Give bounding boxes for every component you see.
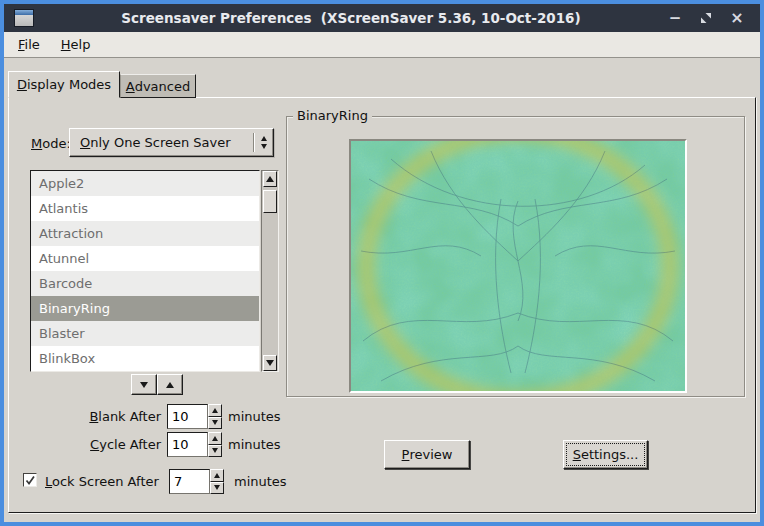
spin-up-button[interactable] bbox=[210, 469, 224, 482]
previous-saver-button[interactable] bbox=[157, 374, 183, 395]
window-icon bbox=[14, 9, 34, 27]
spin-up-button[interactable] bbox=[208, 404, 222, 417]
cycle-after-spinner bbox=[208, 432, 222, 457]
scrollbar-thumb[interactable] bbox=[263, 190, 277, 213]
list-item[interactable]: Apple2 bbox=[31, 171, 259, 196]
blank-after-spinner bbox=[208, 404, 222, 429]
list-item[interactable]: Atlantis bbox=[31, 196, 259, 221]
spin-up-button[interactable] bbox=[208, 432, 222, 445]
saver-list: Apple2 Atlantis Attraction Atunnel Barco… bbox=[30, 170, 260, 372]
tab-display-modes[interactable]: Display Modes bbox=[8, 71, 120, 98]
next-saver-button[interactable] bbox=[131, 374, 157, 395]
list-item[interactable]: Attraction bbox=[31, 221, 259, 246]
maximize-icon bbox=[700, 12, 712, 24]
mode-dropdown-value: Only One Screen Saver bbox=[80, 135, 253, 150]
cycle-after-input[interactable] bbox=[168, 437, 207, 452]
cycle-after-label: Cycle After bbox=[9, 437, 161, 452]
mode-label: Mode: bbox=[31, 136, 71, 151]
tab-advanced[interactable]: Advanced bbox=[120, 74, 196, 98]
preview-groupbox-title: BinaryRing bbox=[293, 108, 372, 123]
arrow-down-icon bbox=[266, 360, 274, 366]
menu-help[interactable]: Help bbox=[61, 37, 91, 52]
blank-after-label: Blank After bbox=[9, 409, 161, 424]
lock-screen-spinner bbox=[210, 469, 224, 494]
list-item[interactable]: BinaryRing bbox=[31, 296, 259, 321]
lock-screen-checkbox[interactable] bbox=[23, 473, 37, 487]
preview-button[interactable]: Preview bbox=[384, 440, 470, 469]
xscreensaver-preferences-window: Screensaver Preferences (XScreenSaver 5.… bbox=[0, 0, 764, 526]
window-title: Screensaver Preferences (XScreenSaver 5.… bbox=[34, 10, 668, 26]
spin-down-button[interactable] bbox=[210, 482, 224, 495]
cycle-after-field[interactable] bbox=[167, 432, 208, 457]
lock-screen-input[interactable] bbox=[170, 474, 209, 489]
list-item[interactable]: Atunnel bbox=[31, 246, 259, 271]
arrow-up-icon bbox=[166, 382, 174, 388]
screensaver-preview-image bbox=[349, 139, 687, 393]
lock-screen-unit: minutes bbox=[234, 474, 287, 489]
mode-dropdown[interactable]: Only One Screen Saver bbox=[69, 128, 274, 157]
list-item[interactable]: BlinkBox bbox=[31, 346, 259, 371]
menu-file[interactable]: File bbox=[18, 37, 40, 52]
dropdown-separator bbox=[253, 133, 254, 152]
settings-button[interactable]: Settings... bbox=[563, 440, 648, 469]
cycle-after-unit: minutes bbox=[228, 437, 281, 452]
dropdown-arrows-icon bbox=[261, 136, 267, 149]
arrow-down-icon bbox=[140, 382, 148, 388]
menubar: File Help bbox=[4, 32, 760, 58]
blank-after-input[interactable] bbox=[168, 409, 207, 424]
list-item[interactable]: Blaster bbox=[31, 321, 259, 346]
titlebar: Screensaver Preferences (XScreenSaver 5.… bbox=[4, 4, 760, 32]
minimize-button[interactable]: − bbox=[668, 11, 682, 25]
blank-after-field[interactable] bbox=[167, 404, 208, 429]
scroll-up-button[interactable] bbox=[263, 171, 277, 187]
spin-down-button[interactable] bbox=[208, 445, 222, 458]
checkmark-icon bbox=[24, 474, 36, 486]
blank-after-unit: minutes bbox=[228, 409, 281, 424]
display-modes-page: Mode: Only One Screen Saver Apple2 Atlan… bbox=[8, 97, 756, 513]
lock-screen-field[interactable] bbox=[169, 469, 210, 494]
scroll-down-button[interactable] bbox=[263, 355, 277, 371]
spin-down-button[interactable] bbox=[208, 417, 222, 430]
close-button[interactable]: × bbox=[730, 11, 744, 25]
lock-screen-label: Lock Screen After bbox=[45, 474, 159, 489]
maximize-button[interactable] bbox=[699, 11, 713, 25]
arrow-up-icon bbox=[266, 176, 274, 182]
preview-groupbox: BinaryRing bbox=[286, 116, 745, 397]
list-scrollbar[interactable] bbox=[261, 170, 279, 372]
list-item[interactable]: Barcode bbox=[31, 271, 259, 296]
